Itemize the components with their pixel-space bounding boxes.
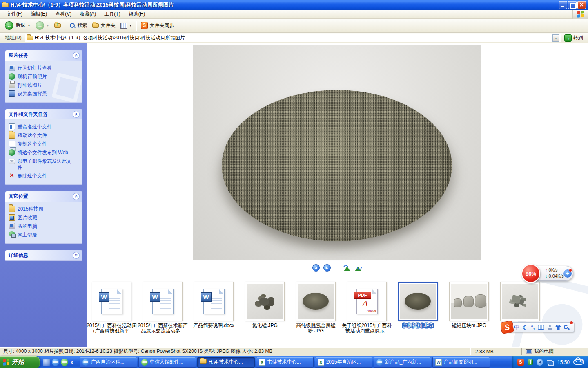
file-label[interactable]: 2015年广西新技术新产品展示交流活动参... — [137, 323, 189, 334]
memory-percent-ball[interactable]: 86% — [521, 264, 540, 283]
usb-device-icon[interactable] — [528, 359, 533, 365]
task-delete-file[interactable]: 删除这个文件 — [9, 172, 80, 180]
restore-button[interactable] — [568, 1, 577, 9]
views-button[interactable]: ▼ — [118, 22, 135, 30]
skin-icon[interactable] — [555, 325, 561, 330]
place-2015-tech-week[interactable]: 2015科技周 — [9, 205, 80, 213]
quick-launch-browser-icon[interactable] — [61, 359, 68, 366]
other-places-header[interactable]: 其它位置 — [5, 191, 82, 202]
minimize-button[interactable] — [559, 1, 567, 9]
folders-button[interactable]: 文件夹 — [90, 21, 118, 30]
go-button[interactable]: → 转到 — [561, 34, 586, 42]
task-order-prints[interactable]: 联机订购照片 — [9, 72, 80, 81]
expand-chevron-icon[interactable] — [73, 252, 80, 259]
rotate-clockwise-icon[interactable] — [354, 265, 362, 271]
quick-launch-app-icon[interactable] — [43, 359, 50, 366]
menu-file[interactable]: 文件(F) — [2, 9, 27, 19]
taskbar-button-word[interactable]: W产品简要说明... — [432, 357, 490, 368]
thumbnail-word-doc-3[interactable]: W — [194, 282, 234, 321]
file-label[interactable]: 锰铝压块m.JPG — [443, 323, 495, 328]
ime-mode-chinese[interactable]: 中 — [514, 325, 519, 330]
close-button[interactable] — [577, 1, 586, 9]
file-label[interactable]: 关于组织2015年广西科技活动周重点展示... — [341, 323, 393, 334]
thumbnail-mn-al-briquette[interactable] — [449, 282, 489, 321]
taskbar-button-browser-1[interactable]: 广西自治区科... — [80, 357, 137, 368]
menu-help[interactable]: 帮助(H) — [125, 9, 149, 19]
thumbnail-manganese-nitride[interactable] — [245, 282, 285, 321]
quick-launch-overflow-icon[interactable]: » — [70, 359, 74, 365]
taskbar-button-browser-2[interactable]: 新产品_广西新... — [374, 357, 431, 368]
task-set-wallpaper[interactable]: 设为桌面背景 — [9, 90, 80, 98]
details-header[interactable]: 详细信息 — [5, 250, 82, 260]
content-area: 图片任务 作为幻灯片查看 联机订购照片 打印该图片 设为桌面背景 文件和文件夹任… — [0, 43, 588, 347]
thumbnail-manganese-flakes[interactable] — [500, 282, 540, 321]
start-button[interactable]: 开始 — [0, 356, 40, 368]
next-image-button[interactable] — [323, 264, 331, 272]
fullwidth-moon-icon[interactable] — [523, 325, 528, 330]
folders-label: 文件夹 — [101, 22, 116, 29]
collapse-chevron-icon[interactable] — [73, 52, 80, 59]
photo-flakes — [502, 284, 538, 319]
thumbnail-word-doc-1[interactable]: W — [92, 282, 131, 321]
punctuation-mode[interactable]: °, — [531, 325, 535, 330]
up-button[interactable] — [52, 22, 63, 29]
thumbnail-pdf-doc[interactable]: PDF A Adobe — [347, 282, 387, 321]
taskbar-button-explorer-active[interactable]: H:\4-技术中心... — [197, 357, 255, 368]
preview-image-manganese-powder[interactable] — [193, 45, 481, 260]
thumbnail-dehydro-powder[interactable] — [296, 282, 336, 321]
place-my-pictures[interactable]: 图片收藏 — [9, 213, 80, 222]
quick-launch-ie-icon[interactable] — [52, 359, 59, 366]
file-label[interactable]: 2015年广西科技活动周（广西科技创新平... — [86, 323, 138, 334]
menu-view[interactable]: 查看(V) — [51, 9, 76, 19]
place-network[interactable]: 网上邻居 — [9, 231, 80, 239]
taskbar-button-excel-1[interactable]: X韦慷技术中心... — [256, 357, 314, 368]
forward-button[interactable]: ▼ — [33, 20, 52, 31]
task-email-file[interactable]: 以电子邮件形式发送此文件 — [9, 157, 80, 172]
address-path: H:\4-技术中心\（1-9）各项科技活动\2015科技周\科技活动周所需图片 — [35, 34, 551, 41]
back-dropdown-icon[interactable]: ▼ — [27, 24, 31, 27]
taskbar-button-excel-2[interactable]: X2015年自治区... — [315, 357, 372, 368]
folder-sync-button[interactable]: S 文件夹同步 — [138, 21, 177, 30]
cloud-app-icon[interactable] — [573, 359, 584, 365]
back-button[interactable]: 后退 ▼ — [2, 20, 33, 31]
rotate-counterclockwise-icon[interactable] — [343, 265, 351, 271]
thumbnail-metal-manganese-powder-selected[interactable] — [398, 282, 438, 321]
task-print-picture[interactable]: 打印该图片 — [9, 81, 80, 90]
clock[interactable]: 15:50 — [557, 359, 570, 365]
sogou-ime-toolbar[interactable]: S 中 °, — [505, 322, 574, 332]
task-publish-web[interactable]: 将这个文件发布到 Web — [9, 148, 80, 157]
menu-edit[interactable]: 编辑(E) — [27, 9, 51, 19]
collapse-chevron-icon[interactable] — [73, 193, 80, 200]
place-my-computer[interactable]: 我的电脑 — [9, 222, 80, 231]
account-icon[interactable] — [548, 325, 552, 330]
settings-wrench-icon[interactable] — [564, 325, 569, 330]
network-status-icon[interactable] — [547, 360, 552, 364]
title-bar[interactable]: H:\4-技术中心\（1-9）各项科技活动\2015科技周\科技活动周所需图片 — [0, 0, 588, 10]
address-dropdown-button[interactable]: ▼ — [552, 34, 559, 42]
speed-monitor-widget[interactable]: 86% ↑ 0K/s ↓ 0.04K/s + — [527, 266, 573, 281]
file-label[interactable]: 氮化锰.JPG — [239, 323, 291, 328]
task-view-slideshow[interactable]: 作为幻灯片查看 — [9, 64, 80, 72]
taskbar-button-mail[interactable]: 中信大锰邮件... — [138, 357, 196, 368]
task-rename-file[interactable]: 重命名这个文件 — [9, 123, 80, 131]
file-tasks-header[interactable]: 文件和文件夹任务 — [5, 109, 82, 119]
soft-keyboard-icon[interactable] — [538, 325, 544, 330]
menu-tools[interactable]: 工具(T) — [100, 9, 124, 19]
file-label-selected[interactable]: 金属锰粉.JPG — [392, 323, 444, 328]
accelerate-plus-button[interactable]: + — [564, 269, 572, 278]
previous-image-button[interactable] — [312, 264, 320, 272]
file-label[interactable]: 高纯级脱氢金属锰粉.JPG — [290, 323, 342, 334]
collapse-chevron-icon[interactable] — [73, 111, 80, 118]
system-tray: S ◀ 15:50 — [512, 356, 588, 368]
picture-tasks-header[interactable]: 图片任务 — [5, 50, 82, 61]
task-copy-file[interactable]: 复制这个文件 — [9, 140, 80, 148]
sogou-tray-icon[interactable]: S — [517, 359, 524, 366]
menu-favorites[interactable]: 收藏(A) — [76, 9, 100, 19]
sogou-logo-icon[interactable]: S — [500, 321, 514, 334]
file-label[interactable]: 产品简要说明.docx — [188, 323, 240, 328]
search-button[interactable]: 搜索 — [67, 21, 90, 30]
thumbnail-word-doc-2[interactable]: W — [143, 282, 183, 321]
address-input[interactable]: H:\4-技术中心\（1-9）各项科技活动\2015科技周\科技活动周所需图片 … — [25, 34, 561, 42]
hide-icons-chevron[interactable]: ◀ — [537, 359, 543, 366]
task-move-file[interactable]: 移动这个文件 — [9, 131, 80, 140]
